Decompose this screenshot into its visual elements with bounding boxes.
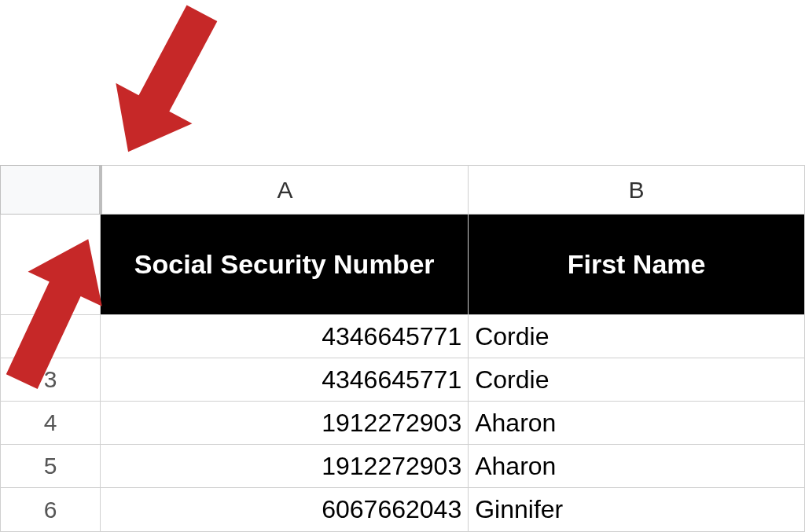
header-text: Social Security Number <box>134 249 435 279</box>
cell-value: Ginnifer <box>475 495 563 523</box>
cell-value: Cordie <box>475 322 549 350</box>
cell-value: 4346645771 <box>322 322 461 350</box>
cell[interactable]: Cordie <box>469 315 805 358</box>
cell-value: 1912272903 <box>322 409 461 437</box>
cell[interactable]: 1912272903 <box>101 445 469 488</box>
row-number: 6 <box>44 497 57 523</box>
annotation-arrow-down-icon <box>94 0 236 173</box>
header-cell-firstname[interactable]: First Name <box>469 215 805 315</box>
cell[interactable]: 6067662043 <box>101 488 469 532</box>
column-label: B <box>629 177 645 203</box>
row-header[interactable]: 6 <box>1 488 101 532</box>
row-header[interactable]: 4 <box>1 402 101 445</box>
grid-table: A B Social Security Number First Name 2 … <box>0 165 805 532</box>
column-header-b[interactable]: B <box>469 166 805 215</box>
cell-value: Aharon <box>475 452 556 480</box>
row-number: 4 <box>44 409 57 435</box>
cell-value: Aharon <box>475 409 556 437</box>
cell[interactable]: Aharon <box>469 445 805 488</box>
row-header[interactable]: 5 <box>1 445 101 488</box>
header-cell-ssn[interactable]: Social Security Number <box>101 215 469 315</box>
cell-value: Cordie <box>475 365 549 394</box>
cell[interactable]: Ginnifer <box>469 488 805 532</box>
cell-value: 6067662043 <box>322 495 461 523</box>
spreadsheet-grid: A B Social Security Number First Name 2 … <box>0 165 805 532</box>
cell-value: 1912272903 <box>322 452 461 480</box>
cell[interactable]: 4346645771 <box>101 315 469 358</box>
svg-marker-0 <box>94 0 236 172</box>
select-all-corner[interactable] <box>1 166 101 215</box>
row-number: 5 <box>44 453 57 479</box>
header-text: First Name <box>568 249 706 279</box>
svg-marker-1 <box>0 222 118 398</box>
annotation-arrow-up-icon <box>0 220 118 401</box>
cell[interactable]: 4346645771 <box>101 358 469 402</box>
column-label: A <box>277 177 292 203</box>
cell[interactable]: Cordie <box>469 358 805 402</box>
cell-value: 4346645771 <box>322 365 461 394</box>
cell[interactable]: Aharon <box>469 402 805 445</box>
cell[interactable]: 1912272903 <box>101 402 469 445</box>
